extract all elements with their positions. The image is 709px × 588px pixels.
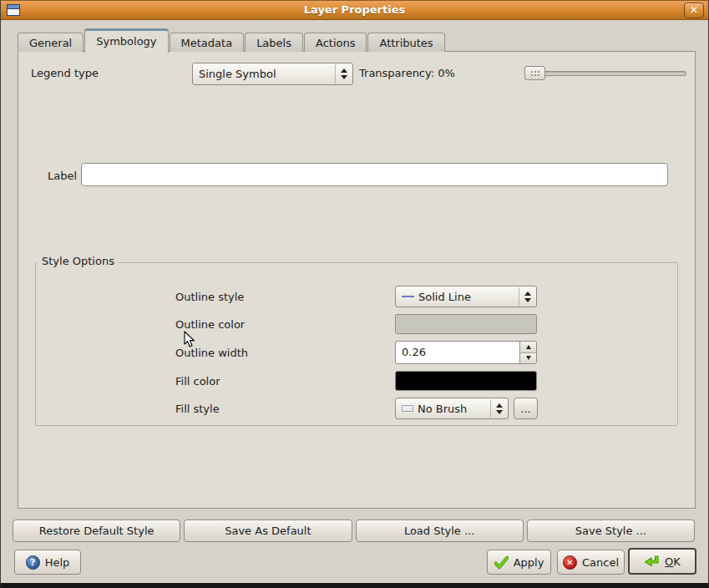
spin-down-button[interactable] xyxy=(520,353,536,364)
outline-width-spinbox[interactable]: 0.26 xyxy=(395,341,537,364)
outline-style-label: Outline style xyxy=(175,291,244,303)
outline-style-select[interactable]: Solid Line xyxy=(395,286,537,307)
close-button[interactable]: ✕ xyxy=(684,3,704,18)
label-input[interactable] xyxy=(81,163,668,186)
no-brush-icon xyxy=(402,405,413,412)
tab-attributes[interactable]: Attributes xyxy=(367,33,444,52)
fill-color-button[interactable] xyxy=(395,371,537,391)
tab-general[interactable]: General xyxy=(18,33,84,52)
outline-style-value: Solid Line xyxy=(418,291,471,303)
close-icon: ✕ xyxy=(690,4,698,16)
fill-color-label: Fill color xyxy=(175,375,220,388)
cancel-icon: ✕ xyxy=(563,555,577,570)
chevron-up-icon xyxy=(526,345,531,349)
outline-color-label: Outline color xyxy=(175,318,245,331)
ok-label: OK xyxy=(665,555,681,568)
help-button[interactable]: ? Help xyxy=(14,550,81,575)
ok-button[interactable]: OK xyxy=(628,548,696,575)
style-buttons-row: Restore Default Style Save As Default Lo… xyxy=(13,520,695,542)
solid-line-icon xyxy=(402,296,414,297)
outline-width-label: Outline width xyxy=(175,347,248,359)
dropdown-arrows-icon xyxy=(519,287,536,306)
legend-type-select[interactable]: Single Symbol xyxy=(192,63,353,85)
style-options-title: Style Options xyxy=(38,255,119,267)
load-style-button[interactable]: Load Style ... xyxy=(356,520,524,542)
outline-width-value[interactable]: 0.26 xyxy=(396,342,519,363)
dropdown-arrows-icon xyxy=(335,64,352,84)
fill-style-more-button[interactable]: ... xyxy=(514,398,538,419)
save-as-default-button[interactable]: Save As Default xyxy=(184,520,352,542)
tab-symbology[interactable]: Symbology xyxy=(84,28,168,53)
fill-style-select[interactable]: No Brush xyxy=(395,398,509,419)
restore-default-style-button[interactable]: Restore Default Style xyxy=(13,520,180,542)
transparency-label: Transparency: 0% xyxy=(359,67,455,79)
outline-color-button[interactable] xyxy=(395,314,537,334)
tab-actions[interactable]: Actions xyxy=(304,33,367,52)
legend-type-value: Single Symbol xyxy=(199,68,276,80)
dropdown-arrows-icon xyxy=(490,399,508,418)
ok-enter-icon xyxy=(644,555,660,568)
tab-metadata[interactable]: Metadata xyxy=(170,33,245,52)
symbology-page: Legend type Single Symbol Transparency: … xyxy=(18,51,696,509)
tab-labels[interactable]: Labels xyxy=(245,33,303,52)
window-title: Layer Properties xyxy=(1,3,708,16)
fill-style-label: Fill style xyxy=(175,403,220,415)
layer-properties-dialog: Layer Properties ✕ General Symbology Met… xyxy=(0,0,709,588)
help-icon: ? xyxy=(26,555,40,570)
legend-type-label: Legend type xyxy=(31,67,99,79)
tab-bar: General Symbology Metadata Labels Action… xyxy=(18,28,446,52)
titlebar[interactable]: Layer Properties ✕ xyxy=(1,1,708,20)
spin-up-button[interactable] xyxy=(520,342,536,353)
transparency-slider[interactable] xyxy=(524,66,687,81)
slider-handle[interactable] xyxy=(524,66,545,80)
slider-track[interactable] xyxy=(525,71,686,76)
style-options-group: Style Options Outline style Solid Line O… xyxy=(35,262,678,426)
chevron-down-icon xyxy=(526,356,531,360)
apply-button[interactable]: Apply xyxy=(487,550,551,575)
save-style-button[interactable]: Save Style ... xyxy=(527,520,695,542)
cancel-button[interactable]: ✕ Cancel xyxy=(557,550,625,575)
label-field-label: Label xyxy=(48,170,77,182)
fill-style-value: No Brush xyxy=(418,403,467,415)
apply-check-icon xyxy=(494,556,509,569)
